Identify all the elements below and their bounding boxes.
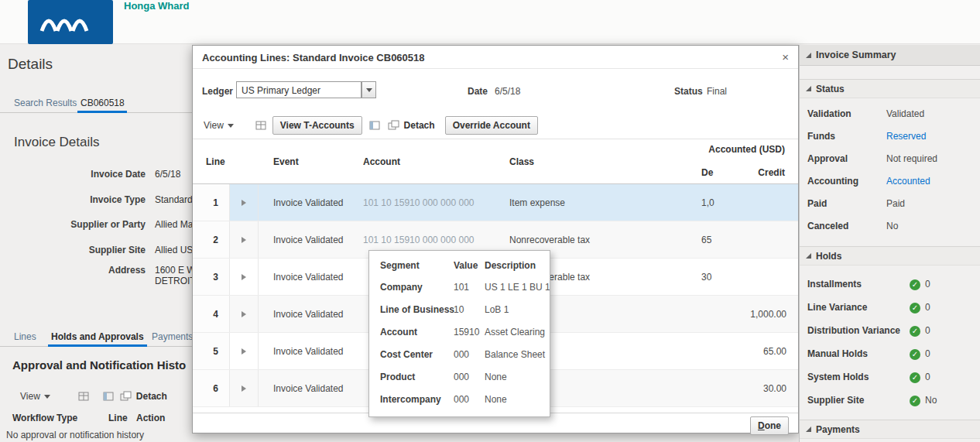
tab-invoice-cb060518[interactable]: CB060518 [81, 98, 125, 108]
row-number: 1 [193, 184, 230, 221]
column-expander [230, 156, 259, 167]
invoice-summary-panel: Invoice Summary Status Validation Valida… [799, 45, 980, 442]
field-value: Standard [155, 194, 193, 205]
row-expander[interactable] [230, 333, 259, 369]
accounting-lines-dialog: Accounting Lines: Standard Invoice CB060… [192, 45, 799, 433]
invoice-summary-title: Invoice Summary [816, 50, 896, 60]
history-empty-text: No approval or notification history [6, 430, 144, 440]
tab-search-results[interactable]: Search Results [14, 98, 77, 108]
expand-icon [242, 200, 246, 206]
detach-icon[interactable] [120, 391, 132, 402]
holds-section-header[interactable]: Holds [800, 246, 980, 266]
payments-section-title: Payments [816, 424, 860, 435]
close-icon[interactable]: × [782, 50, 789, 63]
holds-row-supplier-site: Supplier Site ✓ No [800, 395, 980, 410]
history-detach-button[interactable]: Detach [136, 391, 167, 402]
popup-row-cost-center: Cost Center 000 Balance Sheet [369, 343, 550, 365]
active-tab-underline [77, 111, 127, 113]
account-cell[interactable]: 101 10 15910 000 000 000 [357, 235, 504, 245]
popup-row-company: Company 101 US 1 LE 1 BU 1 [369, 276, 550, 298]
application-window: Honga Whard Details Search Results CB060… [0, 0, 980, 442]
row-expander[interactable] [230, 296, 259, 332]
table-row[interactable]: 1 Invoice Validated 101 10 15910 000 000… [193, 184, 798, 221]
popup-column-description: Description [485, 260, 550, 271]
chevron-down-icon [44, 395, 50, 399]
event-cell: Invoice Validated [259, 383, 357, 394]
debit-cell: 1,0 [697, 197, 717, 208]
credit-cell: 30.00 [717, 383, 786, 394]
row-expander[interactable] [230, 370, 259, 406]
field-value: Allied US [155, 245, 193, 255]
event-cell: Invoice Validated [259, 235, 357, 245]
brand-name: Honga Whard [124, 0, 190, 12]
section-expand-icon [806, 53, 811, 58]
column-debit: De [701, 167, 713, 178]
detach-icon[interactable] [388, 120, 399, 131]
column-account: Account [357, 156, 504, 167]
field-value: 6/5/18 [155, 169, 180, 180]
account-cell[interactable]: 101 10 15910 000 000 000 [357, 197, 504, 208]
done-label: Done [758, 420, 781, 431]
done-button[interactable]: Done [750, 416, 789, 435]
expand-icon [242, 311, 246, 317]
column-credit: Credit [758, 167, 785, 178]
funds-reserved-link[interactable]: Reserved [886, 131, 926, 142]
freeze-icon[interactable] [103, 391, 114, 402]
popup-header-row: Segment Value Description [369, 255, 550, 276]
invoice-detail-tab-bar: Lines Holds and Approvals Payments [0, 328, 192, 347]
spacer [717, 156, 786, 167]
popup-column-value: Value [454, 260, 485, 271]
page-title: Details [8, 56, 53, 73]
holds-row-manual-holds: Manual Holds ✓ 0 [800, 348, 980, 364]
popup-row-account: Account 15910 Asset Clearing [369, 320, 550, 343]
dialog-view-menu[interactable]: View [204, 120, 234, 131]
row-expander[interactable] [230, 221, 259, 258]
holds-row-distribution-variance: Distribution Variance ✓ 0 [800, 325, 980, 341]
payments-section-header[interactable]: Payments [800, 420, 980, 439]
date-label: Date [468, 86, 488, 97]
column-class: Class [504, 156, 697, 167]
holds-row-line-variance: Line Variance ✓ 0 [800, 302, 980, 317]
section-expand-icon [806, 86, 811, 91]
status-value: Final [707, 86, 727, 97]
override-account-button[interactable]: Override Account [445, 116, 538, 135]
field-value-line1: 1600 E W [155, 265, 196, 276]
credit-cell: 1,000.00 [717, 309, 786, 320]
approval-history-title: Approval and Notification Histo [12, 358, 186, 372]
row-number: 4 [193, 296, 230, 332]
check-circle-icon: ✓ [910, 396, 920, 406]
history-view-menu[interactable]: View [20, 391, 50, 402]
ledger-dropdown-button[interactable] [362, 81, 376, 98]
section-expand-icon [806, 427, 811, 432]
row-expander[interactable] [230, 259, 259, 295]
dialog-detach-button[interactable]: Detach [404, 120, 435, 131]
row-number: 2 [193, 221, 230, 258]
columns-grid-icon[interactable] [255, 120, 266, 131]
event-cell: Invoice Validated [259, 272, 357, 283]
dialog-title: Accounting Lines: Standard Invoice CB060… [202, 52, 425, 63]
freeze-icon[interactable] [369, 120, 380, 131]
tab-lines[interactable]: Lines [14, 331, 36, 342]
invoice-summary-header[interactable]: Invoice Summary [800, 45, 980, 66]
spacer [697, 156, 717, 167]
expand-icon [242, 237, 246, 243]
accounting-accounted-link[interactable]: Accounted [886, 176, 930, 187]
tab-holds-and-approvals[interactable]: Holds and Approvals [51, 331, 144, 342]
column-action: Action [136, 413, 165, 423]
status-section-header[interactable]: Status [800, 79, 980, 98]
company-logo [28, 0, 113, 44]
top-bar: Honga Whard [0, 0, 980, 44]
expand-icon [242, 274, 246, 280]
view-t-accounts-button[interactable]: View T-Accounts [272, 116, 362, 135]
ledger-select[interactable]: US Primary Ledger [236, 81, 362, 98]
credit-cell: 65.00 [717, 346, 786, 357]
check-circle-icon: ✓ [910, 303, 920, 314]
holds-section-title: Holds [816, 251, 841, 262]
columns-grid-icon[interactable] [78, 391, 89, 402]
row-number: 6 [193, 370, 230, 406]
row-expander[interactable] [230, 184, 259, 221]
tab-payments[interactable]: Payments [152, 331, 193, 342]
accounted-usd-group-header: Accounted (USD) [708, 144, 785, 155]
dialog-title-bar: Accounting Lines: Standard Invoice CB060… [193, 46, 798, 69]
check-circle-icon: ✓ [910, 279, 920, 290]
